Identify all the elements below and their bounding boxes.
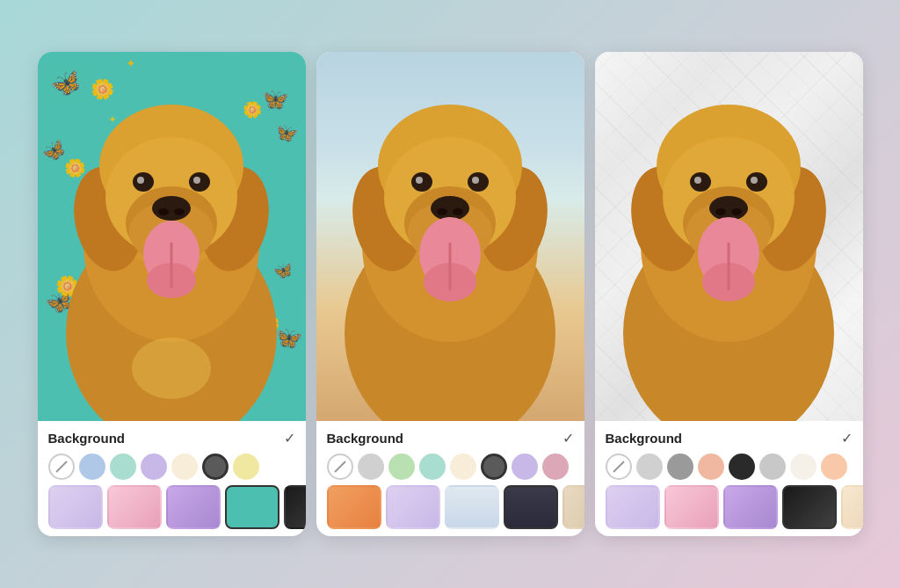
- card-1-check-icon: ✓: [284, 430, 295, 446]
- card-3-swatch-salmon[interactable]: [698, 454, 724, 480]
- card-2-swatch-cream[interactable]: [450, 454, 476, 480]
- card-3-swatch-darkest[interactable]: [729, 454, 755, 480]
- card-3-swatch-lightgray[interactable]: [636, 454, 663, 480]
- card-2-swatch-dark[interactable]: [481, 454, 507, 480]
- card-2-background: [316, 52, 584, 421]
- card-3-pattern-marble[interactable]: [782, 485, 837, 529]
- card-3-swatch-row: [606, 454, 853, 480]
- card-2-check-icon: ✓: [562, 430, 574, 446]
- card-3-footer-header: Background ✓: [606, 430, 853, 446]
- card-2-swatch-lightgray[interactable]: [358, 454, 384, 480]
- card-3-check-icon: ✓: [841, 430, 853, 446]
- svg-point-53: [694, 177, 701, 184]
- svg-line-39: [335, 461, 345, 472]
- svg-point-35: [472, 177, 479, 184]
- card-2-title: Background: [327, 431, 404, 446]
- svg-point-14: [137, 177, 144, 184]
- card-2-swatch-mauve[interactable]: [542, 454, 569, 480]
- svg-point-50: [731, 208, 742, 215]
- card-3-footer: Background ✓: [595, 421, 863, 536]
- card-1-background: 🦋 🦋 🦋 🦋 🦋 🦋 🦋 🌼 🌼 🌼 🌼 🌼 ✦ ✦: [38, 52, 306, 421]
- card-1-no-bg-swatch[interactable]: [48, 454, 75, 480]
- card-3-swatch-gray[interactable]: [667, 454, 693, 480]
- svg-point-15: [193, 177, 200, 184]
- svg-point-11: [174, 208, 185, 215]
- svg-point-49: [715, 208, 726, 215]
- svg-point-19: [132, 338, 211, 399]
- card-3-title: Background: [606, 431, 683, 446]
- card-3-swatch-silver[interactable]: [759, 454, 786, 480]
- card-1: 🦋 🦋 🦋 🦋 🦋 🦋 🦋 🌼 🌼 🌼 🌼 🌼 ✦ ✦: [38, 52, 306, 536]
- card-3-image: [595, 52, 863, 421]
- card-2-pattern-lavender[interactable]: [386, 485, 440, 529]
- card-1-pattern-teal[interactable]: [225, 485, 279, 529]
- svg-point-31: [453, 208, 463, 215]
- card-3-no-bg-swatch[interactable]: [606, 454, 632, 480]
- card-2: Background ✓: [316, 52, 584, 536]
- card-1-pattern-purple[interactable]: [166, 485, 221, 529]
- card-1-swatch-dark[interactable]: [202, 454, 229, 480]
- svg-point-30: [437, 208, 447, 215]
- svg-point-9: [152, 196, 191, 221]
- card-1-title: Background: [48, 431, 126, 446]
- card-1-pattern-pink[interactable]: [107, 485, 162, 529]
- svg-line-20: [56, 461, 67, 472]
- svg-point-10: [158, 208, 169, 215]
- card-2-swatch-green[interactable]: [388, 454, 415, 480]
- card-2-swatch-row: [327, 454, 574, 480]
- card-1-swatch-lavender[interactable]: [141, 454, 167, 480]
- card-2-pattern-photoroom[interactable]: [445, 485, 499, 529]
- card-2-pattern-dark[interactable]: [504, 485, 558, 529]
- card-2-pattern-row: [327, 485, 574, 529]
- card-2-swatch-mint[interactable]: [419, 454, 446, 480]
- card-1-swatch-lightblue[interactable]: [79, 454, 105, 480]
- card-3-swatch-offwhite[interactable]: [790, 454, 817, 480]
- card-2-swatch-lavender[interactable]: [512, 454, 538, 480]
- card-1-swatch-mint[interactable]: [110, 454, 136, 480]
- svg-line-58: [613, 461, 624, 472]
- svg-point-29: [431, 196, 469, 221]
- svg-point-48: [709, 196, 748, 221]
- card-1-footer: Background ✓: [38, 421, 306, 536]
- card-1-pattern-lavender[interactable]: [48, 485, 103, 529]
- card-3-pattern-floral[interactable]: [841, 485, 863, 529]
- card-1-swatch-row: [48, 454, 295, 480]
- card-3-pattern-row: [606, 485, 853, 529]
- card-1-pattern-marble[interactable]: [284, 485, 306, 529]
- svg-point-34: [416, 177, 423, 184]
- card-1-image: 🦋 🦋 🦋 🦋 🦋 🦋 🦋 🌼 🌼 🌼 🌼 🌼 ✦ ✦: [38, 52, 306, 421]
- card-3-pattern-purple[interactable]: [723, 485, 778, 529]
- card-2-footer-header: Background ✓: [327, 430, 574, 446]
- card-2-pattern-orange[interactable]: [327, 485, 381, 529]
- card-1-swatch-yellow[interactable]: [233, 454, 259, 480]
- card-1-footer-header: Background ✓: [48, 430, 295, 446]
- card-3-pattern-lavender[interactable]: [606, 485, 660, 529]
- card-3-swatch-peach[interactable]: [821, 454, 847, 480]
- svg-point-54: [751, 177, 758, 184]
- card-3: Background ✓: [595, 52, 863, 536]
- card-2-no-bg-swatch[interactable]: [327, 454, 353, 480]
- card-1-pattern-row: [48, 485, 295, 529]
- card-2-pattern-beige[interactable]: [562, 485, 584, 529]
- card-3-background: [595, 52, 863, 421]
- card-1-swatch-cream[interactable]: [171, 454, 198, 480]
- card-3-pattern-pink[interactable]: [664, 485, 719, 529]
- card-2-image: [316, 52, 584, 421]
- card-2-footer: Background ✓: [316, 421, 584, 536]
- cards-container: 🦋 🦋 🦋 🦋 🦋 🦋 🦋 🌼 🌼 🌼 🌼 🌼 ✦ ✦: [24, 38, 877, 550]
